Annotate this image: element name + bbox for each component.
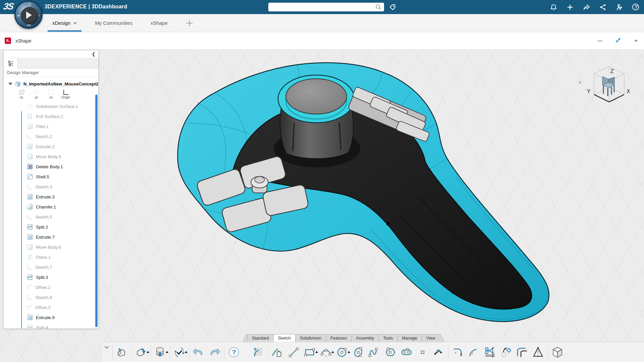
action-tab[interactable]: Tools xyxy=(378,334,397,342)
help-icon[interactable] xyxy=(632,3,639,11)
action-bar-tabs: Standard Sketch Subdivision Features Ass… xyxy=(244,334,443,342)
dropdown-arrow-icon[interactable] xyxy=(331,351,334,353)
redo-button[interactable] xyxy=(207,344,223,361)
offset-curve-button[interactable] xyxy=(514,344,530,361)
feature-row[interactable]: Subdivision Surface.1 xyxy=(4,101,98,111)
collapse-icon[interactable] xyxy=(634,40,638,42)
feature-label: Fillet.1 xyxy=(36,124,49,129)
dropdown-arrow-icon[interactable] xyxy=(315,351,318,353)
scrollbar-thumb[interactable] xyxy=(95,95,98,327)
corner-button[interactable] xyxy=(450,344,466,361)
polygon-button[interactable] xyxy=(382,344,398,361)
project-button[interactable] xyxy=(498,344,514,361)
new-content-button[interactable] xyxy=(114,344,130,361)
axis-y-label: Y xyxy=(587,88,591,94)
trim-button[interactable] xyxy=(482,344,498,361)
feature-row[interactable]: Split.3 xyxy=(4,272,98,282)
arc-button[interactable] xyxy=(318,344,334,361)
help-tool-button[interactable]: ? xyxy=(226,344,242,361)
feature-row[interactable]: Sketch.7 xyxy=(4,262,98,272)
update-button[interactable] xyxy=(171,344,187,361)
tab-my-communities[interactable]: My Communities xyxy=(93,14,135,32)
tree-root-node[interactable]: N_ImportedAsNew_MouseConcept2 xyxy=(4,79,98,88)
toolbar-collapse-icon[interactable] xyxy=(102,343,111,361)
action-tab[interactable]: Standard xyxy=(247,334,274,342)
feature-row[interactable]: Sketch.2 xyxy=(4,131,98,141)
share-nodes-icon[interactable] xyxy=(599,3,606,11)
share-icon[interactable] xyxy=(583,3,590,11)
dropdown-arrow-icon[interactable] xyxy=(347,351,350,353)
minimize-icon[interactable] xyxy=(597,41,602,41)
origin[interactable]: Origin xyxy=(61,90,71,99)
action-tab[interactable]: Subdivision xyxy=(295,334,326,342)
line-button[interactable] xyxy=(286,344,302,361)
plane-yz[interactable]: yz xyxy=(31,90,41,99)
feature-row[interactable]: Offset.2 xyxy=(4,282,98,292)
feature-row[interactable]: Sketch.3 xyxy=(4,182,98,192)
feature-row[interactable]: Sketch.5 xyxy=(4,212,98,222)
pick-edit-button[interactable] xyxy=(270,344,286,361)
save-button[interactable] xyxy=(152,344,168,361)
tag-icon[interactable] xyxy=(389,3,396,11)
slot-button[interactable] xyxy=(398,344,415,361)
add-tab-button[interactable] xyxy=(184,14,195,32)
people-icon[interactable] xyxy=(615,3,623,11)
open-button[interactable] xyxy=(133,344,149,361)
action-tab[interactable]: Manage xyxy=(397,334,422,342)
feature-row[interactable]: Extrude.3 xyxy=(4,192,98,202)
feature-row[interactable]: Move Body.6 xyxy=(4,242,98,252)
exit-sketch-button[interactable] xyxy=(549,344,566,361)
feature-row[interactable]: Split.2 xyxy=(4,222,98,232)
compass-logo[interactable]: 3D V.R i' xyxy=(14,1,43,29)
mirror-button[interactable] xyxy=(530,344,546,361)
rectangle-button[interactable] xyxy=(302,344,318,361)
action-tab[interactable]: Sketch xyxy=(273,334,296,342)
dropdown-arrow-icon[interactable] xyxy=(185,351,187,353)
feature-icon xyxy=(27,305,32,310)
feature-row[interactable]: Extrude.2 xyxy=(4,141,98,152)
action-tab[interactable]: Assembly xyxy=(351,334,379,342)
fillet-arc-button[interactable] xyxy=(466,344,482,361)
feature-row[interactable]: Delete Body.1 xyxy=(4,162,98,172)
add-icon[interactable] xyxy=(566,3,574,11)
dropdown-arrow-icon[interactable] xyxy=(147,351,149,353)
notifications-icon[interactable] xyxy=(550,3,557,11)
point-button[interactable] xyxy=(415,344,431,361)
resize-icon[interactable] xyxy=(615,37,621,45)
plane-zx[interactable]: zx xyxy=(46,90,56,99)
feature-icon xyxy=(28,114,32,119)
quick-dimension-button[interactable] xyxy=(431,344,447,361)
feature-row[interactable]: Move Body.5 xyxy=(4,152,98,162)
feature-row[interactable]: Shell.5 xyxy=(4,172,98,182)
chevron-down-icon[interactable] xyxy=(73,22,77,24)
panel-scrollbar[interactable] xyxy=(95,95,98,327)
sketch-button[interactable] xyxy=(251,344,267,361)
tab-xshape[interactable]: xShape xyxy=(149,14,170,32)
plane-xy[interactable]: xy xyxy=(16,90,26,99)
feature-row[interactable]: Sketch.8 xyxy=(4,292,98,302)
feature-row[interactable]: Chamfer.1 xyxy=(4,202,98,212)
panel-collapse-icon[interactable]: ❮ xyxy=(92,51,96,57)
feature-row[interactable]: Extrude.9 xyxy=(4,312,98,322)
expand-triangle-icon[interactable] xyxy=(8,83,12,85)
3d-viewport[interactable]: ❮ Design Manager xyxy=(0,50,644,362)
undo-button[interactable] xyxy=(191,344,207,361)
spline-button[interactable] xyxy=(366,344,382,361)
feature-row[interactable]: Offset.3 xyxy=(4,302,98,312)
ellipse-button[interactable] xyxy=(350,344,366,361)
view-cube[interactable]: ‹ Z Y xyxy=(581,64,635,105)
dropdown-arrow-icon[interactable] xyxy=(166,351,168,353)
search-input[interactable] xyxy=(268,3,384,11)
feature-row[interactable]: Plane.1 xyxy=(4,252,98,262)
action-tab[interactable]: Features xyxy=(326,334,352,342)
viewcube-prev-icon[interactable]: ‹ xyxy=(579,78,581,85)
feature-row[interactable]: Fillet.1 xyxy=(4,121,98,131)
tab-xdesign[interactable]: xDesign xyxy=(50,14,79,32)
search-icon[interactable] xyxy=(375,4,381,10)
feature-row[interactable]: Extrude.7 xyxy=(4,232,98,242)
feature-row[interactable]: Split.4 xyxy=(4,322,98,329)
feature-row[interactable]: Knit Surface.2 xyxy=(4,111,98,121)
circle-button[interactable] xyxy=(334,344,350,361)
design-manager-tab[interactable] xyxy=(4,58,18,68)
part-icon xyxy=(15,81,21,87)
